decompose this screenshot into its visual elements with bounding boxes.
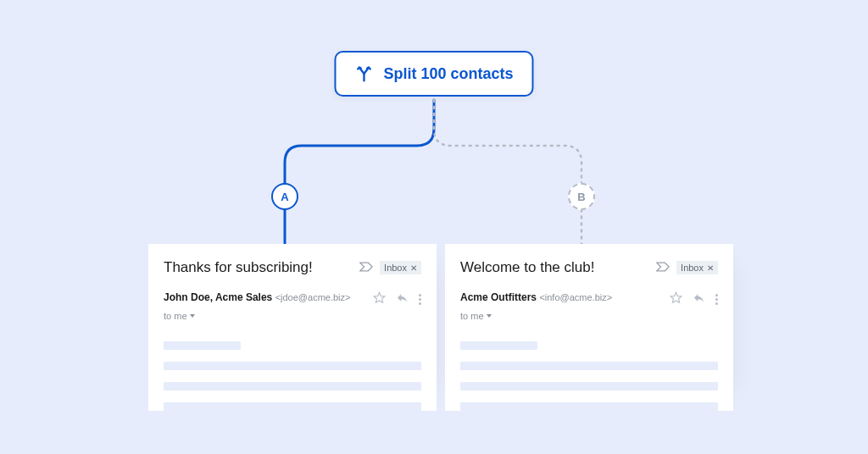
sender-name-a: John Doe, Acme Sales [164, 291, 272, 303]
split-node[interactable]: Split 100 contacts [334, 51, 533, 97]
reply-icon[interactable] [396, 291, 409, 307]
branch-letter-a: A [281, 191, 288, 203]
close-icon[interactable]: ✕ [707, 263, 714, 273]
email-subject-a: Thanks for subscribing! [164, 259, 313, 276]
sender-name-b: Acme Outfitters [460, 291, 537, 303]
more-icon[interactable] [715, 294, 718, 305]
email-preview-b: Welcome to the club! Inbox ✕ Acme Outfit… [445, 244, 733, 411]
split-label: Split 100 contacts [383, 65, 513, 83]
split-icon [354, 64, 373, 83]
svg-marker-1 [670, 292, 682, 302]
inbox-tag[interactable]: Inbox ✕ [676, 261, 718, 274]
important-icon[interactable] [359, 260, 373, 275]
more-icon[interactable] [419, 294, 421, 305]
star-icon[interactable] [373, 291, 386, 307]
email-body-placeholder [164, 341, 421, 411]
sender-email-a: <jdoe@acme.biz> [275, 292, 351, 302]
chevron-down-icon [487, 314, 492, 318]
branch-badge-b: B [568, 183, 595, 210]
to-line-a[interactable]: to me [164, 311, 421, 321]
reply-icon[interactable] [693, 291, 705, 307]
inbox-tag[interactable]: Inbox ✕ [380, 261, 421, 274]
email-subject-b: Welcome to the club! [460, 259, 594, 276]
to-line-b[interactable]: to me [460, 311, 718, 321]
email-preview-a: Thanks for subscribing! Inbox ✕ John Doe… [148, 244, 437, 411]
star-icon[interactable] [670, 291, 682, 307]
close-icon[interactable]: ✕ [410, 263, 417, 273]
sender-email-b: <info@acme.biz> [539, 292, 612, 302]
svg-marker-0 [374, 292, 385, 302]
important-icon[interactable] [656, 260, 670, 275]
email-body-placeholder [460, 341, 718, 411]
branch-letter-b: B [577, 191, 585, 203]
chevron-down-icon [190, 314, 195, 318]
branch-badge-a: A [271, 183, 298, 210]
